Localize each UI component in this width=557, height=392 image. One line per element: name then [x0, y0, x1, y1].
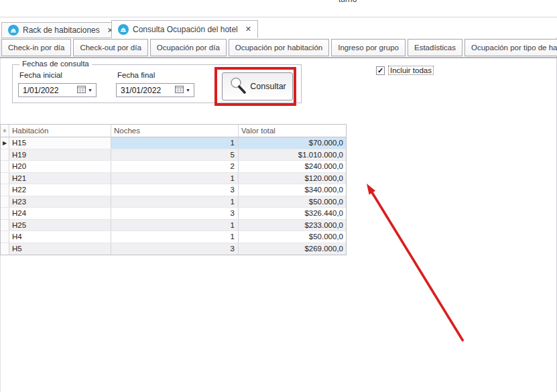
cell-habitacion[interactable]: H4: [9, 231, 111, 243]
cell-valor-total[interactable]: $326.440,0: [239, 208, 346, 219]
column-header-noches[interactable]: Noches: [111, 125, 239, 137]
fecha-inicial-label: Fecha inicial: [19, 71, 62, 79]
incluir-todas-checkbox[interactable]: ✓ Incluir todas: [376, 66, 434, 75]
report-tab-6[interactable]: Estadísticas: [408, 39, 462, 56]
cell-noches[interactable]: 3: [111, 208, 239, 219]
cell-noches[interactable]: 2: [111, 161, 239, 172]
cell-habitacion[interactable]: H5: [9, 243, 111, 255]
cell-habitacion[interactable]: H22: [9, 184, 111, 196]
cell-valor-total[interactable]: $240.000,0: [239, 161, 346, 172]
cell-noches[interactable]: 1: [111, 196, 239, 208]
current-row-arrow-icon: ▶: [3, 140, 7, 146]
table-row[interactable]: H195$1.010.000,0: [1, 149, 346, 161]
report-tab-1[interactable]: Check-in por día: [1, 39, 71, 56]
table-row[interactable]: H251$233.000,0: [1, 220, 346, 232]
column-header-valor-total[interactable]: Valor total: [239, 125, 346, 137]
cell-valor-total[interactable]: $269.000,0: [239, 243, 346, 255]
document-tab-label: Consulta Ocupación del hotel: [133, 25, 238, 34]
cell-habitacion[interactable]: H24: [9, 208, 111, 219]
row-selector-cell[interactable]: [1, 161, 9, 172]
cell-noches[interactable]: 3: [111, 184, 239, 196]
cell-valor-total[interactable]: $233.000,0: [239, 220, 346, 231]
incluir-todas-label[interactable]: Incluir todas: [388, 66, 434, 75]
cell-noches[interactable]: 5: [111, 149, 239, 161]
app-window: turno Rack de habitaciones✕Consulta Ocup…: [0, 0, 557, 392]
row-selector-cell[interactable]: [1, 220, 9, 231]
chevron-down-icon[interactable]: ▼: [88, 88, 92, 92]
fecha-inicial-value[interactable]: 1/01/2022: [23, 86, 77, 95]
fecha-final-datepicker[interactable]: 31/01/2022 ▼: [116, 83, 194, 97]
report-tab-3[interactable]: Ocupación por día: [150, 39, 227, 56]
table-row[interactable]: H211$120.000,0: [1, 173, 346, 185]
cell-noches[interactable]: 1: [111, 231, 239, 243]
table-row[interactable]: H231$50.000,0: [1, 196, 346, 208]
consultar-button-label: Consultar: [250, 82, 286, 91]
cell-valor-total[interactable]: $50.000,0: [239, 196, 346, 208]
cell-habitacion[interactable]: H19: [9, 149, 111, 161]
cell-noches[interactable]: 3: [111, 243, 239, 255]
table-row[interactable]: H243$326.440,0: [1, 208, 346, 220]
hotel-bell-icon: [8, 25, 19, 36]
table-row[interactable]: ▶H151$70.000,0: [1, 137, 346, 149]
table-header-row: ✳ Habitación Noches Valor total: [1, 125, 346, 137]
row-selector-cell[interactable]: [1, 184, 9, 196]
cell-habitacion[interactable]: H20: [9, 161, 111, 172]
row-selector-cell[interactable]: [1, 149, 9, 161]
column-header-habitacion[interactable]: Habitación: [9, 125, 111, 137]
cell-noches[interactable]: 1: [111, 137, 239, 149]
top-separator: [0, 17, 557, 17]
calendar-icon[interactable]: [77, 85, 86, 95]
table-row[interactable]: H41$50.000,0: [1, 231, 346, 243]
report-tab-bar: Check-in por díaCheck-out por díaOcupaci…: [1, 39, 557, 57]
report-tab-2[interactable]: Check-out por día: [73, 39, 147, 56]
consultar-button[interactable]: Consultar: [222, 72, 293, 101]
cell-habitacion[interactable]: H15: [9, 137, 111, 149]
hotel-bell-icon: [118, 24, 129, 35]
top-partial-text: turno: [338, 0, 357, 4]
cell-valor-total[interactable]: $1.010.000,0: [239, 149, 346, 161]
fecha-final-label: Fecha final: [117, 71, 155, 79]
cell-noches[interactable]: 1: [111, 173, 239, 184]
table-row[interactable]: H53$269.000,0: [1, 243, 346, 255]
cell-noches[interactable]: 1: [111, 220, 239, 231]
calendar-icon[interactable]: [175, 85, 184, 95]
cell-habitacion[interactable]: H25: [9, 220, 111, 231]
document-tab-1[interactable]: Rack de habitaciones✕: [1, 22, 120, 38]
document-tab-label: Rack de habitaciones: [23, 25, 100, 35]
report-tab-4[interactable]: Ocupación por habitación: [229, 39, 329, 56]
row-selector-cell[interactable]: [1, 208, 9, 219]
cell-valor-total[interactable]: $120.000,0: [239, 173, 346, 184]
document-tab-bar: Rack de habitaciones✕Consulta Ocupación …: [0, 20, 557, 38]
row-selector-cell[interactable]: [1, 173, 9, 184]
cell-valor-total[interactable]: $70.000,0: [239, 137, 346, 149]
fecha-final-value[interactable]: 31/01/2022: [121, 86, 175, 95]
close-icon[interactable]: ✕: [245, 25, 251, 34]
ocupacion-table: ✳ Habitación Noches Valor total ▶H151$70…: [0, 124, 347, 255]
row-selector-header-icon[interactable]: ✳: [1, 125, 9, 137]
report-tab-7[interactable]: Ocupación por tipo de habitación: [465, 39, 557, 56]
fecha-inicial-datepicker[interactable]: 1/01/2022 ▼: [18, 83, 97, 97]
groupbox-title: Fechas de consulta: [19, 60, 92, 68]
table-row[interactable]: H223$340.000,0: [1, 184, 346, 196]
report-tab-baseline: [0, 57, 557, 58]
cell-habitacion[interactable]: H21: [9, 173, 111, 184]
fechas-de-consulta-groupbox: Fechas de consulta Fecha inicial 1/01/20…: [12, 64, 302, 103]
row-selector-cell[interactable]: [1, 196, 9, 208]
checkbox-check-icon[interactable]: ✓: [376, 66, 385, 75]
row-selector-cell[interactable]: [1, 243, 9, 255]
row-selector-cell[interactable]: [1, 231, 9, 243]
report-tab-5[interactable]: Ingreso por grupo: [331, 39, 406, 56]
document-tab-2[interactable]: Consulta Ocupación del hotel✕: [111, 20, 258, 38]
cell-habitacion[interactable]: H23: [9, 196, 111, 208]
magnifier-icon: [229, 76, 247, 96]
chevron-down-icon[interactable]: ▼: [186, 88, 190, 92]
cell-valor-total[interactable]: $50.000,0: [239, 231, 346, 243]
document-tab-baseline: [0, 58, 557, 58]
table-row[interactable]: H202$240.000,0: [1, 161, 346, 173]
row-selector-cell[interactable]: ▶: [1, 137, 9, 149]
cell-valor-total[interactable]: $340.000,0: [239, 184, 346, 196]
